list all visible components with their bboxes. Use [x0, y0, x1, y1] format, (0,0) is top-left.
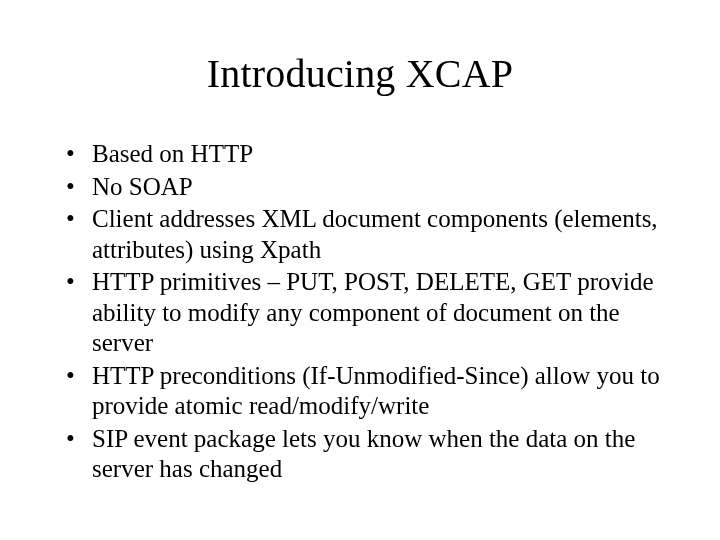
- slide: Introducing XCAP Based on HTTP No SOAP C…: [0, 0, 720, 540]
- slide-title: Introducing XCAP: [48, 50, 672, 97]
- list-item: SIP event package lets you know when the…: [66, 424, 672, 485]
- list-item: No SOAP: [66, 172, 672, 203]
- bullet-list: Based on HTTP No SOAP Client addresses X…: [66, 139, 672, 485]
- list-item: HTTP preconditions (If-Unmodified-Since)…: [66, 361, 672, 422]
- list-item: Based on HTTP: [66, 139, 672, 170]
- list-item: Client addresses XML document components…: [66, 204, 672, 265]
- list-item: HTTP primitives – PUT, POST, DELETE, GET…: [66, 267, 672, 359]
